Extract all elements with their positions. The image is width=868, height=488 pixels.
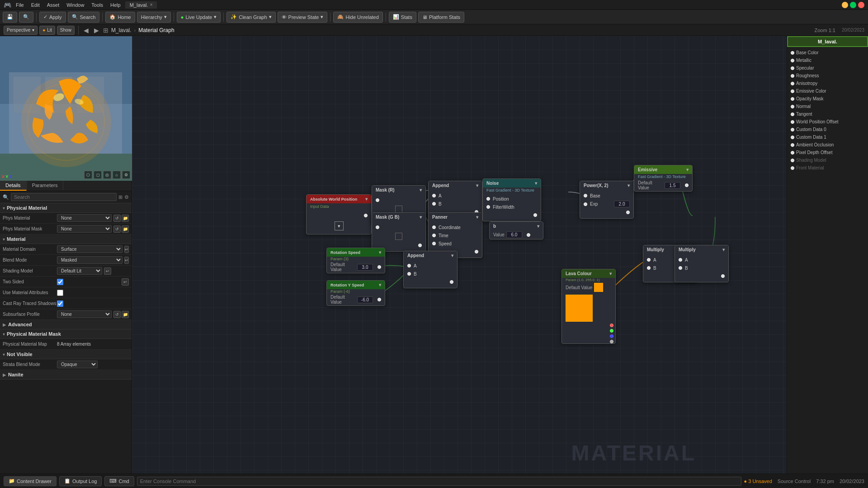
preview-ctrl-1[interactable]: ⬡: [84, 171, 92, 179]
mask-r-expand[interactable]: [395, 206, 402, 213]
mat-prop-metallic[interactable]: Metallic: [787, 56, 868, 64]
phys-material-mask-browse[interactable]: 📁: [122, 225, 129, 233]
mat-prop-ambient-occlusion[interactable]: Ambient Occlusion: [787, 141, 868, 149]
material-domain-dropdown[interactable]: Surface: [57, 245, 123, 253]
mat-prop-tangent[interactable]: Tangent: [787, 110, 868, 118]
lava-colour-swatch[interactable]: [594, 283, 603, 292]
node-mask-gb[interactable]: Mask (G B) ▾: [372, 212, 426, 252]
material-domain-expand[interactable]: ↩: [124, 246, 129, 253]
power-in-exp[interactable]: [584, 202, 587, 206]
preview-state-btn[interactable]: 👁 Preview State ▾: [278, 12, 328, 23]
append1-dropdown[interactable]: ▾: [476, 183, 478, 188]
node-multiply-2[interactable]: Multiply ▾ A B: [675, 245, 729, 282]
append2-in-a[interactable]: [407, 264, 411, 267]
multiply2-in-b[interactable]: [679, 266, 682, 270]
mat-prop-front-material[interactable]: Front Material: [787, 164, 868, 172]
strata-blend-dropdown[interactable]: Opaque: [57, 361, 98, 368]
mask-r-dropdown[interactable]: ▾: [420, 188, 422, 192]
node-power[interactable]: Power(X, 2) ▾ Base Exp 2.0: [580, 181, 634, 219]
phys-material-browse[interactable]: 📁: [122, 215, 129, 222]
node-b[interactable]: b ▾ Value 6.0: [489, 221, 543, 239]
phys-material-reset[interactable]: ↺: [113, 215, 121, 222]
phys-material-dropdown[interactable]: None: [57, 214, 112, 222]
append2-dropdown[interactable]: ▾: [451, 253, 453, 258]
awp-expand[interactable]: ▾: [335, 221, 344, 230]
multiply1-in-a[interactable]: [647, 258, 651, 262]
section-physical-material[interactable]: ▾ Physical Material: [0, 203, 132, 213]
multiply2-dropdown[interactable]: ▾: [722, 247, 725, 252]
node-emissive[interactable]: Emissive ▾ Fast Gradient - 3D Texture De…: [634, 165, 693, 192]
lava-colour-large-swatch[interactable]: [566, 295, 593, 322]
menu-window[interactable]: Window: [64, 2, 87, 8]
awp-dropdown[interactable]: ▾: [365, 197, 368, 202]
mat-prop-base-color[interactable]: Base Color: [787, 49, 868, 56]
preview-ctrl-2[interactable]: ◻: [94, 171, 102, 179]
details-search-input[interactable]: [11, 193, 117, 201]
source-control-btn[interactable]: Source Control: [778, 479, 811, 484]
panner-dropdown[interactable]: ▾: [476, 215, 478, 220]
use-material-attrs-checkbox[interactable]: [57, 290, 63, 296]
lava-out-2[interactable]: [610, 329, 613, 333]
noise-in-pos[interactable]: [486, 197, 490, 201]
bottom-tab-content-drawer[interactable]: 📁 Content Drawer: [4, 476, 57, 486]
close-btn[interactable]: [858, 2, 864, 8]
blend-mode-dropdown[interactable]: Masked: [57, 256, 123, 264]
find-btn[interactable]: 🔍: [19, 12, 33, 23]
panner-in-time[interactable]: [432, 234, 436, 237]
mat-prop-custom-data-1[interactable]: Custom Data 1: [787, 133, 868, 141]
mat-prop-custom-data-0[interactable]: Custom Data 0: [787, 126, 868, 133]
nav-forward-btn[interactable]: ▶: [93, 27, 100, 34]
nav-back-btn[interactable]: ◀: [82, 27, 90, 34]
two-sided-checkbox[interactable]: [57, 279, 63, 285]
section-not-visible[interactable]: ▾ Not Visible: [0, 350, 132, 359]
preview-area[interactable]: X Y Z ⬡ ◻ ◎ ⌂ ⚙: [0, 36, 132, 181]
node-rotation-y-speed[interactable]: Rotation Y Speed ▾ Param (-6) Default Va…: [326, 280, 385, 306]
b-dropdown[interactable]: ▾: [537, 224, 539, 229]
emissive-out[interactable]: [685, 183, 689, 187]
noise-dropdown[interactable]: ▾: [535, 181, 537, 186]
graph-area[interactable]: Absolute World Position ▾ Input Data ▾ M…: [132, 36, 787, 488]
preview-ctrl-3[interactable]: ◎: [103, 171, 111, 179]
clean-graph-btn[interactable]: ✨ Clean Graph ▾: [226, 12, 275, 23]
editor-tab[interactable]: M_laval. ×: [125, 1, 157, 9]
phys-material-mask-dropdown[interactable]: None: [57, 225, 112, 233]
mat-prop-roughness[interactable]: Roughness: [787, 72, 868, 80]
home-btn[interactable]: 🏠 Home: [105, 12, 135, 23]
mask-gb-dropdown[interactable]: ▾: [420, 215, 422, 220]
shading-model-expand[interactable]: ↩: [104, 267, 111, 275]
node-noise[interactable]: Noise ▾ Fast Gradient - 3D Texture Posit…: [482, 178, 541, 221]
multiply2-out[interactable]: [721, 274, 725, 278]
node-absolute-world-position[interactable]: Absolute World Position ▾ Input Data ▾: [306, 194, 372, 235]
menu-tools[interactable]: Tools: [89, 2, 106, 8]
two-sided-expand[interactable]: ↩: [122, 278, 129, 286]
panner-in-coord[interactable]: [432, 225, 436, 229]
append2-out[interactable]: [450, 280, 453, 284]
stats-btn[interactable]: 📊 Stats: [389, 12, 416, 23]
maximize-btn[interactable]: [850, 2, 856, 8]
multiply2-in-a[interactable]: [679, 258, 682, 262]
mat-prop-specular[interactable]: Specular: [787, 64, 868, 72]
mat-prop-emissive-color[interactable]: Emissive Color: [787, 87, 868, 95]
platform-stats-btn[interactable]: 🖥 Platform Stats: [418, 12, 464, 23]
rotation-speed-value[interactable]: 3.0: [357, 264, 373, 271]
node-append-2[interactable]: Append ▾ A B: [403, 251, 458, 288]
rotation-y-speed-value[interactable]: -6.0: [357, 296, 373, 303]
mat-prop-world-pos-offset[interactable]: World Position Offset: [787, 118, 868, 126]
details-panel[interactable]: 🔍 ⊞ ⚙ ▾ Physical Material Phys Material …: [0, 191, 132, 488]
lava-out-3[interactable]: [610, 334, 613, 338]
live-update-btn[interactable]: ● Live Update ▾: [177, 12, 221, 23]
subsurface-profile-dropdown[interactable]: None: [57, 310, 112, 318]
section-nanite[interactable]: ▶ Nanite: [0, 370, 132, 380]
noise-in-fw[interactable]: [486, 205, 490, 209]
cast-ray-shadows-checkbox[interactable]: [57, 300, 63, 307]
grid-view-icon[interactable]: ⊞: [118, 194, 123, 200]
mat-prop-normal[interactable]: Normal: [787, 103, 868, 110]
mat-prop-shading-model[interactable]: Shading Model: [787, 156, 868, 164]
blend-mode-expand[interactable]: ↩: [124, 257, 129, 264]
panner-out[interactable]: [475, 250, 478, 253]
save-btn[interactable]: 💾: [3, 12, 17, 23]
subsurface-reset[interactable]: ↺: [113, 311, 121, 318]
preview-ctrl-4[interactable]: ⌂: [113, 171, 121, 179]
mask-r-in[interactable]: [376, 198, 379, 202]
menu-edit[interactable]: Edit: [28, 2, 42, 8]
